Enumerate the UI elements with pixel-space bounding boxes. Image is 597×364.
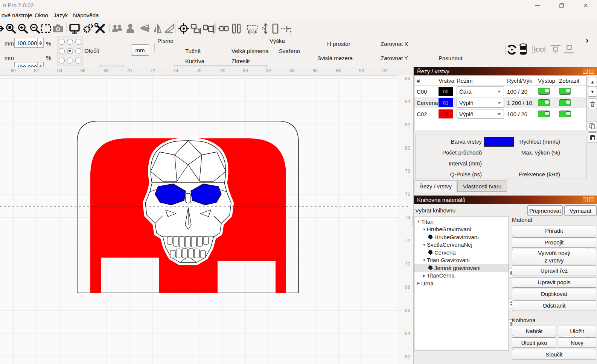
- material-button[interactable]: Odstranit: [512, 300, 596, 311]
- layer-show-toggle[interactable]: [559, 111, 571, 117]
- mm-unit-button[interactable]: mm: [131, 44, 149, 56]
- library-float-icon[interactable]: [583, 197, 588, 202]
- tree-collapse-arrow[interactable]: ▼: [422, 258, 427, 262]
- material-button[interactable]: Vytvořit nový z vrstvy: [512, 249, 596, 264]
- users-group-icon[interactable]: [111, 23, 123, 34]
- save-as-library-button[interactable]: Uložit jako: [512, 337, 556, 348]
- layer-mode-dropdown[interactable]: Čára: [457, 86, 504, 96]
- menu-item-tools[interactable]: ové nástroje: [0, 11, 34, 19]
- toolbar-overflow-chevron[interactable]: ›: [586, 36, 588, 46]
- layer-copy-button[interactable]: [588, 121, 597, 132]
- align-objects-icon[interactable]: [190, 23, 202, 34]
- tab-cuts-layers[interactable]: Řezy / vrstvy: [414, 180, 457, 192]
- layer-color-swatch[interactable]: 02: [439, 109, 453, 118]
- material-button[interactable]: Duplikovat: [512, 289, 596, 299]
- camera-icon[interactable]: [52, 23, 64, 34]
- skew-icon[interactable]: [163, 23, 175, 34]
- layer-move-up-button[interactable]: ▲: [588, 77, 597, 87]
- material-button[interactable]: Propojit: [512, 237, 596, 248]
- tree-collapse-arrow[interactable]: ▼: [416, 220, 421, 223]
- anchor-middle-left[interactable]: [59, 48, 65, 54]
- layer-show-toggle[interactable]: [559, 99, 571, 106]
- layer-delete-button[interactable]: [588, 99, 597, 109]
- anchor-middle-right[interactable]: [75, 48, 81, 54]
- tree-item[interactable]: ▼Titan: [414, 218, 509, 226]
- distribute-horizontal-icon[interactable]: [218, 23, 230, 34]
- layer-move-down-button[interactable]: ▼: [588, 86, 597, 97]
- flip-horizontal-icon[interactable]: [151, 23, 163, 34]
- layer-output-toggle[interactable]: [538, 111, 550, 117]
- layer-row[interactable]: C0202Výplň100 / 20: [414, 108, 586, 120]
- tree-expand-arrow[interactable]: ▶: [422, 274, 427, 278]
- flip-vertical-icon[interactable]: [139, 23, 151, 34]
- layer-paste-button[interactable]: [588, 132, 597, 143]
- align-edge-icon[interactable]: [203, 23, 215, 34]
- refresh-icon[interactable]: [506, 44, 518, 55]
- position-crosshair-icon[interactable]: [280, 23, 292, 34]
- tree-item[interactable]: Cervena: [414, 249, 509, 256]
- tree-expand-arrow[interactable]: ▶: [416, 281, 421, 285]
- align-top-icon[interactable]: [550, 44, 562, 55]
- merge-library-button[interactable]: Sloučit: [512, 349, 596, 359]
- material-button[interactable]: Upravit popis: [512, 277, 596, 288]
- layer-color-swatch-field[interactable]: [484, 137, 514, 147]
- material-button[interactable]: Upravit řez: [512, 265, 596, 276]
- layer-row[interactable]: C0000Čára100 / 20: [414, 86, 586, 97]
- panel-close-icon[interactable]: [589, 69, 594, 74]
- layer-output-toggle[interactable]: [538, 88, 550, 95]
- align-bottom-icon[interactable]: [563, 44, 575, 55]
- menu-item-napoveda[interactable]: Nápověda: [72, 11, 100, 19]
- anchor-top-right[interactable]: [75, 39, 81, 45]
- tree-item[interactable]: ▼HrubeGravirovani: [414, 226, 509, 234]
- tools-icon[interactable]: [94, 23, 106, 34]
- settings-gears-icon[interactable]: [82, 23, 94, 34]
- menu-item-jazyk[interactable]: Jazyk: [52, 11, 69, 19]
- anchor-top-center[interactable]: [67, 39, 73, 45]
- zoom-page-icon[interactable]: [5, 23, 17, 34]
- anchor-top-left[interactable]: [59, 39, 65, 45]
- minimize-button[interactable]: [530, 2, 545, 9]
- layer-mode-dropdown[interactable]: Výplň: [457, 109, 504, 119]
- database-icon[interactable]: [517, 44, 529, 55]
- tree-collapse-arrow[interactable]: ▼: [422, 243, 427, 247]
- target-center-icon[interactable]: [178, 23, 190, 34]
- delete-library-button[interactable]: Vymazat: [564, 205, 597, 216]
- library-close-icon[interactable]: [589, 197, 594, 202]
- library-panel-header[interactable]: Knihovna materiálů: [414, 196, 597, 204]
- layer-color-swatch[interactable]: 00: [439, 87, 453, 96]
- anchor-center[interactable]: [67, 48, 73, 54]
- layer-output-toggle[interactable]: [538, 99, 550, 106]
- zoom-in-icon[interactable]: [17, 23, 29, 34]
- tree-collapse-arrow[interactable]: ▼: [422, 228, 427, 231]
- layer-color-swatch[interactable]: 01: [439, 98, 453, 107]
- material-button[interactable]: Přiřadit: [512, 226, 596, 236]
- layer-mode-dropdown[interactable]: Výplň: [457, 98, 504, 108]
- anchor-position-selector[interactable]: [57, 36, 83, 66]
- tree-item[interactable]: Jemné gravirovani: [414, 264, 509, 272]
- tree-item[interactable]: ▶TitanČerna: [414, 272, 509, 280]
- load-library-button[interactable]: Nahrát: [512, 326, 556, 336]
- user-icon[interactable]: [124, 23, 136, 34]
- tree-item[interactable]: ▼SvetlaCervenaNej: [414, 241, 509, 249]
- tree-item[interactable]: HrubeGravirovani: [414, 233, 509, 241]
- design-canvas[interactable]: 6062646668707274767880828486889092 86848…: [0, 67, 414, 364]
- monitor-icon[interactable]: [69, 23, 81, 34]
- zoom-out-icon[interactable]: [29, 23, 41, 34]
- save-library-button[interactable]: Uložit: [558, 326, 596, 336]
- tree-item[interactable]: ▼Titan Gravirovani: [414, 256, 509, 264]
- tree-item[interactable]: ▶Urna: [414, 279, 509, 287]
- tab-shape-properties[interactable]: Vlastnosti tvaru: [457, 180, 507, 192]
- set-width-icon[interactable]: [246, 23, 258, 34]
- layers-panel-header[interactable]: Řezy / vrstvy: [414, 67, 597, 75]
- layer-show-toggle[interactable]: [559, 88, 571, 95]
- selection-marquee-icon[interactable]: [40, 23, 52, 34]
- distribute-vertical-icon[interactable]: [230, 23, 242, 34]
- anchor-bottom-center[interactable]: [67, 58, 73, 64]
- anchor-bottom-left[interactable]: [59, 58, 65, 64]
- rename-library-button[interactable]: Přejmenovat: [527, 205, 563, 216]
- layer-row[interactable]: Cervena01Výplň1 200 / 10: [414, 97, 586, 108]
- anchor-bottom-right[interactable]: [75, 58, 81, 64]
- width-percent-field[interactable]: 100,000: [14, 38, 44, 48]
- design-artwork[interactable]: [0, 67, 413, 364]
- panel-float-icon[interactable]: [583, 69, 588, 74]
